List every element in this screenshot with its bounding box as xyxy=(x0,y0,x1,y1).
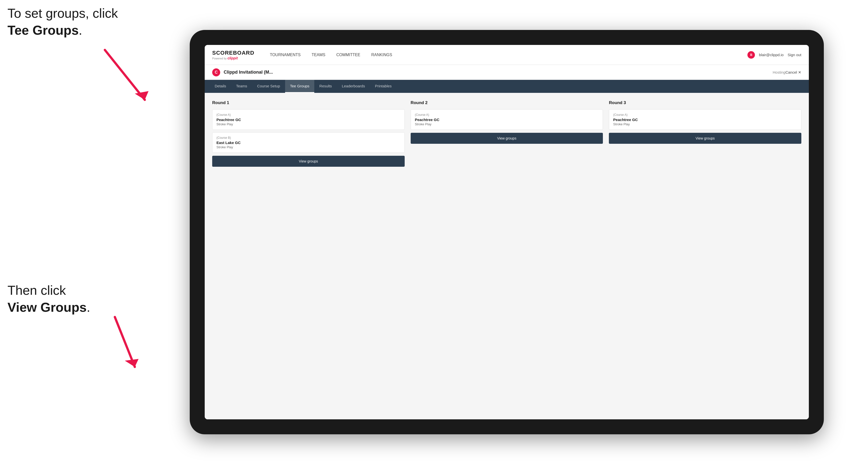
round-1-course-a-label: (Course A) xyxy=(216,113,400,117)
nav-committee[interactable]: COMMITTEE xyxy=(331,51,366,59)
svg-marker-3 xyxy=(125,359,138,367)
instruction-bottom-bold: View Groups xyxy=(7,300,87,314)
round-3-column: Round 3 (Course A) Peachtree GC Stroke P… xyxy=(609,100,801,167)
round-1-course-b-format: Stroke Play xyxy=(216,145,400,149)
rounds-container: Round 1 (Course A) Peachtree GC Stroke P… xyxy=(212,100,801,167)
nav-links: TOURNAMENTS TEAMS COMMITTEE RANKINGS xyxy=(265,51,747,59)
tournament-header: C Clippd Invitational (M... Hosting Canc… xyxy=(205,65,809,80)
instruction-top-bold: Tee Groups xyxy=(7,23,79,37)
round-3-course-a-name: Peachtree GC xyxy=(613,118,797,122)
instruction-bottom: Then click View Groups. xyxy=(7,282,90,316)
round-3-view-groups-button[interactable]: View groups xyxy=(609,133,801,144)
arrow-top-icon xyxy=(85,45,165,115)
svg-marker-1 xyxy=(135,91,149,100)
tab-printables[interactable]: Printables xyxy=(370,80,397,93)
tablet-device: SCOREBOARD Powered by clippit TOURNAMENT… xyxy=(190,30,824,434)
round-2-title: Round 2 xyxy=(411,100,603,105)
logo-sub: Powered by clippit xyxy=(212,56,254,60)
tab-course-setup[interactable]: Course Setup xyxy=(252,80,285,93)
round-1-course-b-card: (Course B) East Lake GC Stroke Play xyxy=(212,132,405,153)
nav-right: B blair@clippd.io Sign out xyxy=(747,51,801,59)
round-1-course-a-name: Peachtree GC xyxy=(216,118,400,122)
instruction-top: To set groups, click Tee Groups. xyxy=(7,5,118,39)
round-2-course-a-card: (Course A) Peachtree GC Stroke Play xyxy=(411,109,603,130)
round-1-title: Round 1 xyxy=(212,100,405,105)
tab-tee-groups[interactable]: Tee Groups xyxy=(285,80,314,93)
avatar: B xyxy=(747,51,755,59)
logo: SCOREBOARD Powered by clippit xyxy=(212,50,254,60)
tab-teams[interactable]: Teams xyxy=(231,80,252,93)
instruction-bottom-punct: . xyxy=(87,300,90,314)
tournament-logo: C xyxy=(212,68,220,76)
top-navigation: SCOREBOARD Powered by clippit TOURNAMENT… xyxy=(205,45,809,65)
round-1-column: Round 1 (Course A) Peachtree GC Stroke P… xyxy=(212,100,405,167)
instruction-top-line1: To set groups, click xyxy=(7,6,118,21)
arrow-bottom-icon xyxy=(85,310,155,384)
round-2-course-a-name: Peachtree GC xyxy=(415,118,599,122)
logo-text: SCOREBOARD xyxy=(212,50,254,56)
svg-line-2 xyxy=(115,317,135,367)
svg-line-0 xyxy=(105,50,145,100)
round-3-course-a-format: Stroke Play xyxy=(613,122,797,126)
round-2-course-a-format: Stroke Play xyxy=(415,122,599,126)
round-2-view-groups-button[interactable]: View groups xyxy=(411,133,603,144)
round-3-course-a-label: (Course A) xyxy=(613,113,797,117)
round-1-course-b-name: East Lake GC xyxy=(216,141,400,145)
round-3-course-a-card: (Course A) Peachtree GC Stroke Play xyxy=(609,109,801,130)
main-content: Round 1 (Course A) Peachtree GC Stroke P… xyxy=(205,93,809,419)
nav-teams[interactable]: TEAMS xyxy=(306,51,331,59)
tournament-hosting: Hosting xyxy=(773,70,785,74)
tablet-screen: SCOREBOARD Powered by clippit TOURNAMENT… xyxy=(205,45,809,419)
tab-navigation: Details Teams Course Setup Tee Groups Re… xyxy=(205,80,809,93)
tab-leaderboards[interactable]: Leaderboards xyxy=(337,80,370,93)
tab-details[interactable]: Details xyxy=(210,80,231,93)
round-1-course-a-format: Stroke Play xyxy=(216,122,400,126)
instruction-bottom-line1: Then click xyxy=(7,283,66,298)
round-2-column: Round 2 (Course A) Peachtree GC Stroke P… xyxy=(411,100,603,167)
tournament-name: Clippd Invitational (M... xyxy=(224,70,771,75)
round-2-course-a-label: (Course A) xyxy=(415,113,599,117)
instruction-top-punct: . xyxy=(79,23,82,37)
round-1-view-groups-button[interactable]: View groups xyxy=(212,156,405,167)
sign-out-link[interactable]: Sign out xyxy=(787,53,801,57)
nav-tournaments[interactable]: TOURNAMENTS xyxy=(265,51,306,59)
user-email: blair@clippd.io xyxy=(759,53,784,57)
cancel-button[interactable]: Cancel ✕ xyxy=(785,70,801,74)
round-1-course-a-card: (Course A) Peachtree GC Stroke Play xyxy=(212,109,405,130)
tab-results[interactable]: Results xyxy=(314,80,337,93)
round-3-title: Round 3 xyxy=(609,100,801,105)
nav-rankings[interactable]: RANKINGS xyxy=(366,51,398,59)
round-1-course-b-label: (Course B) xyxy=(216,136,400,139)
